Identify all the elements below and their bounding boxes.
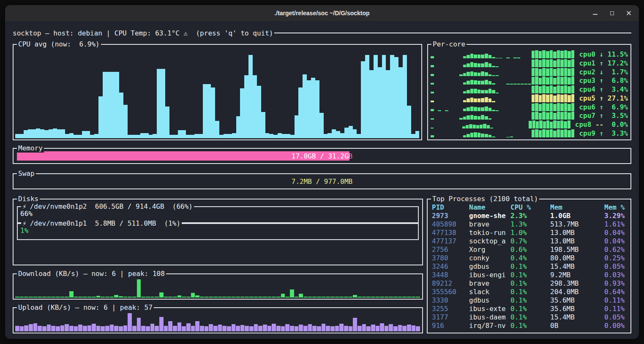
cpu-avg-bar [32,129,36,138]
disk-item: ⚡/dev/nvme0n1p1 5.8MB / 511.0MB (1%)1% [17,223,419,240]
upload-bar [155,326,159,331]
process-row: 2756Xorg0.6%198.5MB0.62% [432,245,629,254]
spark-bar [488,135,492,137]
spark-bar [546,60,549,67]
upload-bar [344,326,348,331]
process-row: 2973gnome-she2.3%1.0GB3.29% [432,211,629,220]
app-header-text: socktop — host: debian | CPU Temp: 63.1°… [13,29,273,37]
spark-bar [463,91,467,93]
spark-bar [546,120,549,128]
core-sparkline [431,76,575,85]
cpu-avg-bar [119,93,123,138]
core-trend-icon: ↑ [600,112,604,120]
spark-bar [467,115,470,120]
spark-bar [560,77,564,85]
spark-bar [560,60,564,67]
minimize-button[interactable] [592,10,598,16]
download-bar [258,297,262,298]
spark-bar [467,90,470,93]
spark-bar [496,58,499,58]
spark-bar [485,54,488,58]
spark-bar [470,115,474,120]
upload-bar [240,325,245,331]
process-mem: 35.6MB [550,296,604,304]
cpu-avg-bar [244,75,248,138]
gauge-label: 7.2MB / 977.0MB [17,177,627,186]
core-row-cpu8: cpu8 -- 0.0% [431,120,628,128]
download-bar [371,297,375,298]
cpu-avg-panel: CPU avg (now: 6.9%) [13,44,422,140]
download-bar [303,297,308,298]
upload-bar [29,324,33,331]
upload-bar [209,324,213,331]
spark-bar [481,134,484,137]
cpu-avg-bar [286,134,290,138]
cpu-avg-bar [153,134,157,138]
upload-bar [141,326,145,331]
maximize-button[interactable] [609,10,615,16]
spark-bar [431,109,434,111]
process-header-cell: Mem % [604,203,629,211]
process-pid: 3177 [432,313,469,321]
app-header: socktop — host: debian | CPU Temp: 63.1°… [13,29,631,37]
upload-bar [150,324,155,331]
cpu-avg-bar [15,134,19,138]
processes-panel-title: Top Processes (2100 total) [431,195,539,203]
process-pid: 3246 [432,262,469,270]
download-bar [299,294,303,298]
spark-bar [463,82,467,85]
cpu-avg-bar [28,129,32,138]
spark-bar [553,60,557,67]
process-header-cell: Mem [550,203,604,211]
core-label: cpu3 ↑ 6.8% [579,76,628,85]
spark-bar [488,74,492,76]
spark-bar [470,98,474,102]
cpu-avg-bar [94,134,98,138]
spark-bar [550,129,553,137]
spark-bar [539,78,542,85]
download-bar [155,297,159,298]
process-header-cell: PID [432,203,469,211]
spark-bar [536,121,539,128]
spark-bar [546,68,549,76]
process-mem-pct: 0.25% [604,254,629,262]
spark-bar [539,86,542,93]
upload-bar [339,324,344,331]
core-sparkline [431,112,575,120]
cpu-avg-bar [140,133,145,138]
upload-bar [254,324,258,331]
core-trend-icon: ↓ [600,68,604,76]
spark-bar [431,101,434,102]
spark-bar [463,117,467,120]
core-label: cpu9 ↑ 3.3% [579,129,628,137]
close-button[interactable] [625,10,632,16]
spark-bar [535,129,538,137]
spark-bar [529,121,532,128]
titlebar[interactable]: ./target/release/soc ~/D/G/socktop [5,5,639,21]
spark-bar [571,68,575,76]
process-row: 3330gdbus0.1%35.6MB0.11% [432,296,629,304]
upload-bar [407,325,411,331]
upload-bar [168,321,172,331]
core-percent: 6.9% [603,103,628,111]
download-bar [326,297,330,298]
process-name: irq/87-nv [469,322,510,330]
spark-bar [478,55,481,58]
spark-bar [553,120,556,128]
process-row: 3780conky0.4%80.0MB0.25% [432,254,629,262]
download-bar [222,297,226,298]
spark-bar [524,84,528,85]
memory-panel: Memory 17.0GB / 31.2GB17.0GB / 31.2GB [13,148,631,164]
upload-bar [123,325,128,331]
download-bar [56,297,60,298]
process-cpu: 0.1% [510,279,550,287]
upload-bar [146,326,150,331]
cpu-avg-bar [390,55,394,138]
spark-bar [474,89,477,93]
cpu-avg-bar [332,129,336,138]
process-row: 477138tokio-run1.0%13.0MB0.04% [432,228,629,237]
upload-bar [159,317,164,331]
cpu-avg-bar [169,135,174,138]
spark-bar [481,71,484,76]
spark-bar [470,71,474,76]
